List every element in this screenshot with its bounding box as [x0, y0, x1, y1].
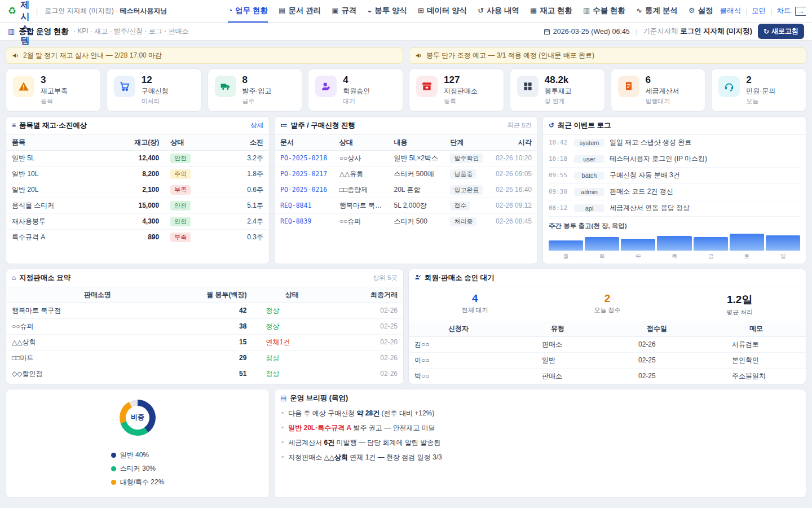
table-row: 특수규격 A890부족0.3주	[6, 229, 269, 245]
bar-wed	[621, 239, 655, 250]
mode-chart-link[interactable]: 차트	[776, 6, 791, 16]
column-header: 문서	[275, 135, 334, 151]
table-row: REQ-8841행복마트 북…5L 2,000장접수02-26 09:12	[275, 198, 537, 213]
sellers-panel-title: 지정판매소 요약	[19, 273, 70, 283]
nav-data-forms[interactable]: ⊞데이터 양식	[418, 0, 467, 23]
divider: |	[770, 7, 772, 15]
table-row: ◇◇할인점51정상02-26	[6, 366, 403, 382]
event-log-panel: ↺최근 이벤트 로그 10:42system일일 재고 스냅샷 생성 완료 10…	[542, 116, 806, 264]
kpi-tax-invoices[interactable]: 6세금계산서발행대기	[611, 68, 706, 112]
log-tag: batch	[574, 172, 604, 179]
table-row: REQ-8839○○슈퍼스티커 500처리중02-26 08:45	[275, 213, 537, 229]
page-title: ▥ 종합 운영 현황	[8, 27, 69, 37]
layout-mode-links: 클래식 | 모던 | 차트 →	[720, 6, 806, 16]
approvals-table: 신청자 유형 접수일 메모 김○○판매소02-26서류검토 이○○일반02-25…	[409, 321, 806, 384]
mode-classic-link[interactable]: 클래식	[720, 6, 741, 16]
log-tag: system	[574, 139, 604, 147]
nav-settings[interactable]: ⚙설정	[689, 0, 713, 23]
legend-dot	[111, 453, 116, 458]
column-header: 유형	[508, 321, 607, 337]
briefing-list: •다음 주 예상 구매신청 약 28건 (전주 대비 +12%) •일반 20L…	[275, 404, 806, 471]
status-badge: 안전	[170, 217, 191, 226]
status-badge: 안전	[170, 201, 191, 211]
mode-modern-link[interactable]: 모던	[752, 6, 766, 16]
warehouse-icon: ≡	[12, 121, 16, 129]
nav-ledger[interactable]: ▥수불 현황	[583, 0, 625, 23]
kpi-bag-inventory[interactable]: 48.2k봉투재고장 합계	[510, 68, 605, 112]
orders-panel-title: 발주 / 구매신청 진행	[291, 121, 355, 130]
notice-banner-1: 2월 말 정기 재고 실사 안내 — 2/28 17:00 마감	[6, 47, 403, 64]
boxes-icon: ▦	[530, 6, 537, 15]
notice-text: 2월 말 정기 재고 실사 안내 — 2/28 17:00 마감	[23, 51, 162, 60]
main-content: 2월 말 정기 재고 실사 안내 — 2/28 17:00 마감 봉투 단가 조…	[0, 41, 812, 508]
share-donut: 비중	[120, 400, 156, 436]
doc-number-link[interactable]: PO-2025-0218	[280, 154, 327, 162]
doc-number-link[interactable]: REQ-8839	[280, 217, 311, 225]
logout-icon[interactable]: →	[795, 7, 806, 16]
log-tag: api	[574, 204, 604, 212]
receipt-icon	[618, 76, 639, 97]
nav-specs[interactable]: ▣규격	[332, 0, 356, 23]
stock-panel: ≡품목별 재고·소진예상 상세 품목 재고(장) 상태 소진 일반 5L12,4…	[6, 116, 270, 264]
bag-icon: ◒	[367, 6, 372, 15]
notice-banners: 2월 말 정기 재고 실사 안내 — 2/28 17:00 마감 봉투 단가 조…	[6, 47, 806, 64]
kpi-member-approvals[interactable]: 4회원승인대기	[308, 68, 403, 112]
refresh-button[interactable]: ↻ 새로고침	[758, 24, 804, 39]
megaphone-icon	[12, 52, 19, 59]
approvals-panel-header: 회원·판매소 승인 대기	[409, 269, 806, 287]
legend-dot	[111, 466, 116, 471]
kpi-designated-sellers[interactable]: 127지정판매소등록	[409, 68, 504, 112]
seller-status: 연체1건	[266, 338, 290, 346]
sellers-panel-header: ⌂지정판매소 요약 상위 5곳	[6, 269, 403, 287]
list-check-icon: ≔	[280, 121, 288, 129]
nav-usage-history[interactable]: ↺사용 내역	[478, 0, 519, 23]
history-icon: ↺	[478, 6, 484, 15]
donut-center-label: 비중	[120, 400, 156, 436]
stock-panel-title: 품목별 재고·소진예상	[19, 121, 87, 130]
table-row: 재사용봉투4,300안전2.4주	[6, 213, 269, 229]
kpi-inquiries[interactable]: 2민원·문의오늘	[711, 68, 806, 112]
notice-banner-2: 봉투 단가 조정 예고 — 3/1 적용 예정 (안내문 배포 완료)	[409, 47, 806, 64]
stage-badge: 접수	[450, 201, 470, 211]
sellers-top-note: 상위 5곳	[373, 274, 398, 282]
kpi-low-stock[interactable]: 3재고부족품목	[6, 68, 101, 112]
nav-work-status[interactable]: ◔업무 현황	[228, 0, 268, 23]
spec-icon: ▣	[332, 6, 338, 15]
column-header: 상대	[334, 135, 389, 151]
table-icon: ⊞	[418, 6, 424, 15]
table-row: 박○○판매소02-25주소불일치	[409, 368, 806, 384]
donut-legend: 일반 40% 스티커 30% 대형/특수 22%	[111, 450, 165, 487]
column-header: 시각	[489, 135, 537, 151]
kpi-orders-inbound[interactable]: 8발주·입고금주	[208, 68, 303, 112]
nav-bag-forms[interactable]: ◒봉투 양식	[367, 0, 407, 23]
stage-badge: 처리중	[450, 217, 476, 226]
event-log-list: 10:42system일일 재고 스냅샷 생성 완료 10:18user테스터사…	[543, 135, 806, 217]
calendar-icon	[544, 28, 550, 35]
table-row: ○○슈퍼38정상02-25	[6, 318, 403, 334]
stage-badge: 발주확인	[450, 154, 483, 163]
log-tag: admin	[574, 188, 604, 196]
log-row: 10:42system일일 재고 스냅샷 생성 완료	[549, 135, 800, 151]
login-org: 로그인 지자체 (미지정) ·	[45, 7, 118, 15]
status-badge: 안전	[170, 154, 191, 163]
log-tag: user	[574, 155, 604, 163]
stat-avg-processing: 1.2일평균 처리	[673, 292, 806, 317]
kpi-purchase-requests[interactable]: 12구매신청미처리	[107, 68, 202, 112]
orders-panel-header: ≔발주 / 구매신청 진행 최근 5건	[275, 117, 537, 135]
bar-fri	[694, 237, 728, 251]
doc-number-link[interactable]: PO-2025-0217	[280, 170, 327, 178]
seller-status: 정상	[266, 322, 279, 330]
table-row: PO-2025-0217△△유통스티커 500매납품중02-26 09:05	[275, 166, 537, 182]
stock-detail-link[interactable]: 상세	[250, 121, 263, 130]
login-user: 테스터사용자님	[120, 7, 167, 15]
nav-inventory[interactable]: ▦재고 현황	[530, 0, 572, 23]
column-header: 상태	[165, 135, 220, 151]
briefing-panel: ▤운영 브리핑 (목업) •다음 주 예상 구매신청 약 28건 (전주 대비 …	[274, 389, 806, 498]
nav-doc-management[interactable]: ▤문서 관리	[279, 0, 321, 23]
subbar-right: 2026-03-25 (Wed) 06:45 | 기준지자체 로그인 지자체 (…	[544, 24, 804, 39]
table-row: □□마트29정상02-26	[6, 350, 403, 366]
doc-number-link[interactable]: PO-2025-0216	[280, 186, 327, 194]
layout-grid-icon: ▥	[8, 27, 15, 36]
nav-statistics[interactable]: ∿통계 분석	[636, 0, 678, 23]
doc-number-link[interactable]: REQ-8841	[280, 202, 311, 209]
